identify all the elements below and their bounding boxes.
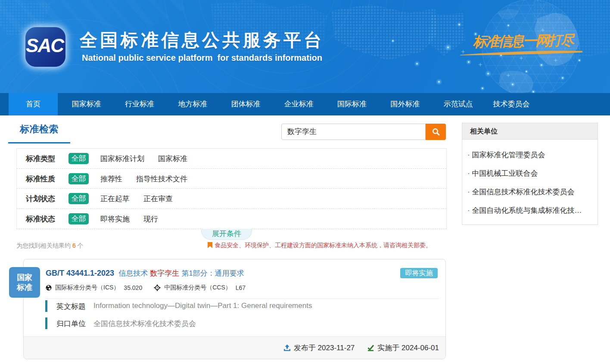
svg-text:标准信息一网打尽: 标准信息一网打尽 <box>472 32 576 50</box>
